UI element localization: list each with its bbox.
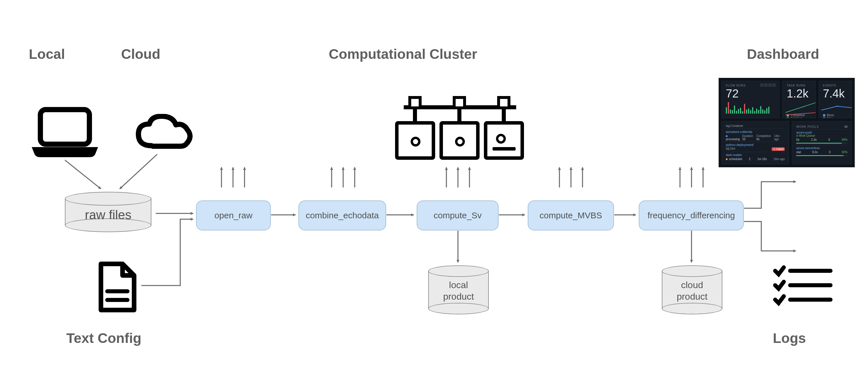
dash-task-title: TASK RUNS: [787, 84, 811, 87]
dash-leg-flow: Flow: [827, 117, 833, 118]
dash-wp1-name: azure-push: [796, 131, 847, 134]
dash-flow-runs: FLOW RUNS 72: [721, 81, 779, 118]
diagram-canvas: Local Cloud Computational Cluster Dashbo…: [0, 0, 868, 383]
dash-leg-block: Block: [827, 114, 834, 117]
dash-item2-name: python-deployment/: [726, 143, 785, 147]
dash-task-value: 1.2k: [787, 88, 811, 99]
dash-tag-panel: tag:Container tarnished-collie/nlp proce…: [721, 121, 789, 164]
dash-events-title: EVENTS: [823, 84, 848, 87]
dash-item1-name: tarnished-collie/nlp: [726, 130, 785, 133]
dash-wp2-name: azure-serverless: [796, 146, 847, 150]
dash-tag-title: tag:Container: [726, 124, 743, 127]
dashboard-panel: FLOW RUNS 72: [719, 78, 855, 167]
dash-wp-title: WORK POOLS: [796, 125, 819, 128]
dash-task-runs: TASK RUNS 1.2k Completed Failed or Crash…: [782, 81, 816, 118]
arrows-layer: [0, 0, 868, 383]
svg-line-6: [65, 160, 101, 189]
dash-events-value: 7.4k: [823, 88, 848, 99]
dash-item3-name: dark-matter: [726, 153, 785, 157]
dash-item1-status: processing: [726, 137, 740, 141]
dash-flow-bars: [726, 101, 775, 114]
dash-workpools: WORK POOLS All azure-push ● Work Queue 0…: [792, 121, 852, 164]
dash-events: EVENTS 7.4k Block Flow Task: [819, 81, 852, 118]
dash-flow-value: 72: [726, 88, 775, 99]
svg-line-7: [120, 154, 157, 189]
